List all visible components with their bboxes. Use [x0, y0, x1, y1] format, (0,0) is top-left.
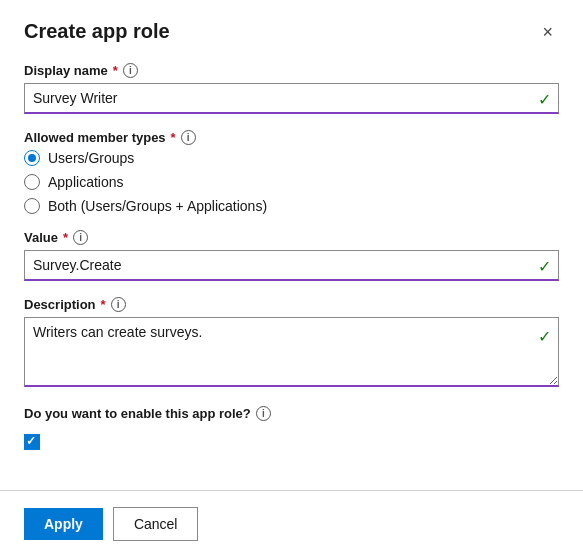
- description-textarea[interactable]: Writers can create surveys.: [24, 317, 559, 387]
- allowed-member-types-info-icon: i: [181, 130, 196, 145]
- radio-applications-input[interactable]: [24, 174, 40, 190]
- display-name-input[interactable]: [24, 83, 559, 114]
- enable-label: Do you want to enable this app role? i: [24, 406, 559, 421]
- value-input-wrapper: ✓: [24, 250, 559, 281]
- value-label-text: Value: [24, 230, 58, 245]
- enable-checkbox[interactable]: [24, 434, 40, 450]
- display-name-field-group: Display name * i ✓: [24, 63, 559, 114]
- enable-section: Do you want to enable this app role? i: [24, 406, 559, 450]
- display-name-label: Display name * i: [24, 63, 559, 78]
- description-field-group: Description * i Writers can create surve…: [24, 297, 559, 390]
- allowed-member-types-label-text: Allowed member types: [24, 130, 166, 145]
- create-app-role-dialog: Create app role × Display name * i ✓ All…: [0, 0, 583, 557]
- radio-applications[interactable]: Applications: [24, 174, 559, 190]
- enable-label-text: Do you want to enable this app role?: [24, 406, 251, 421]
- description-label: Description * i: [24, 297, 559, 312]
- description-required: *: [101, 297, 106, 312]
- enable-checkbox-item: [24, 434, 559, 450]
- description-textarea-wrapper: Writers can create surveys. ✓: [24, 317, 559, 390]
- display-name-label-text: Display name: [24, 63, 108, 78]
- cancel-button[interactable]: Cancel: [113, 507, 199, 541]
- value-info-icon: i: [73, 230, 88, 245]
- display-name-info-icon: i: [123, 63, 138, 78]
- radio-users-groups-label: Users/Groups: [48, 150, 134, 166]
- value-required: *: [63, 230, 68, 245]
- value-label: Value * i: [24, 230, 559, 245]
- allowed-member-types-required: *: [171, 130, 176, 145]
- radio-both-input[interactable]: [24, 198, 40, 214]
- dialog-header: Create app role ×: [0, 0, 583, 53]
- dialog-footer: Apply Cancel: [0, 490, 583, 557]
- dialog-body: Display name * i ✓ Allowed member types …: [0, 53, 583, 490]
- description-label-text: Description: [24, 297, 96, 312]
- value-field-group: Value * i ✓: [24, 230, 559, 281]
- radio-group: Users/Groups Applications Both (Users/Gr…: [24, 150, 559, 214]
- display-name-input-wrapper: ✓: [24, 83, 559, 114]
- radio-both[interactable]: Both (Users/Groups + Applications): [24, 198, 559, 214]
- close-button[interactable]: ×: [536, 21, 559, 43]
- enable-info-icon: i: [256, 406, 271, 421]
- dialog-title: Create app role: [24, 20, 170, 43]
- radio-users-groups[interactable]: Users/Groups: [24, 150, 559, 166]
- value-check-icon: ✓: [538, 256, 551, 275]
- display-name-required: *: [113, 63, 118, 78]
- radio-both-label: Both (Users/Groups + Applications): [48, 198, 267, 214]
- apply-button[interactable]: Apply: [24, 508, 103, 540]
- description-check-icon: ✓: [538, 327, 551, 346]
- allowed-member-types-label: Allowed member types * i: [24, 130, 559, 145]
- radio-applications-label: Applications: [48, 174, 124, 190]
- value-input[interactable]: [24, 250, 559, 281]
- radio-users-groups-input[interactable]: [24, 150, 40, 166]
- display-name-check-icon: ✓: [538, 89, 551, 108]
- allowed-member-types-field-group: Allowed member types * i Users/Groups Ap…: [24, 130, 559, 214]
- description-info-icon: i: [111, 297, 126, 312]
